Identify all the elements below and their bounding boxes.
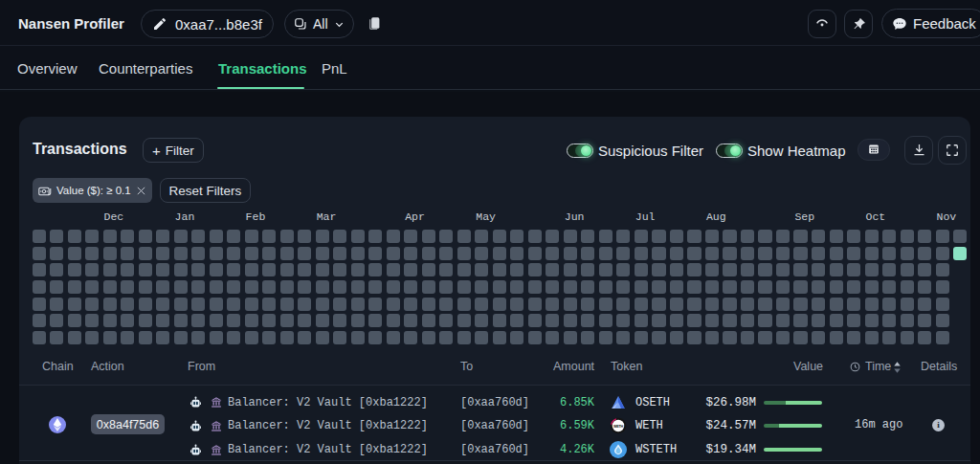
svg-text:WETH: WETH: [613, 425, 624, 429]
